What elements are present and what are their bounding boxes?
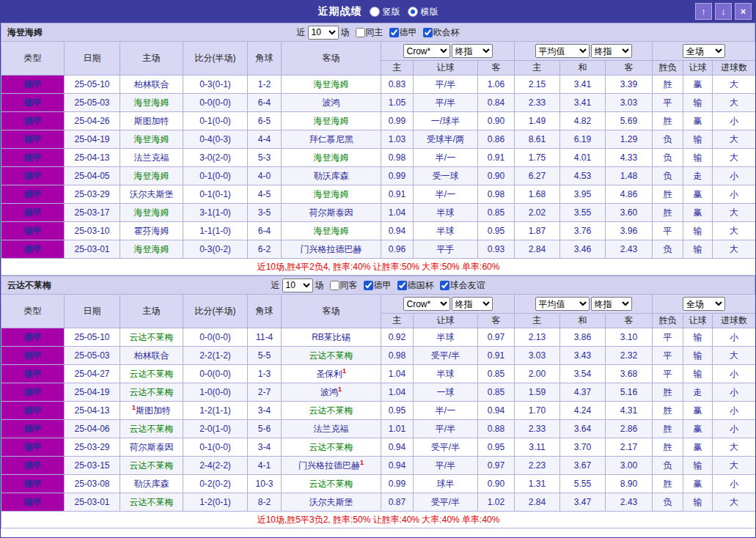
date-cell: 25-05-10 (65, 75, 120, 94)
column-subheader: 主 (381, 61, 414, 75)
league-cell: 德甲 (1, 475, 65, 493)
away-team-name: 海登海姆 (314, 152, 349, 163)
filter-checkbox[interactable] (356, 28, 365, 37)
handicap-result-cell: 赢 (683, 185, 713, 204)
filter-bar: 近10场同客德甲德国杯球会友谊 (271, 279, 485, 292)
close-button[interactable]: × (735, 3, 752, 20)
odds-away-cell: 0.85 (478, 204, 515, 222)
handicap-result-cell: 赢 (683, 204, 713, 222)
date-cell: 25-04-06 (65, 420, 120, 438)
home-team-cell: 云达不莱梅 (120, 457, 183, 475)
avg-home-cell: 2.23 (515, 457, 560, 475)
team-name: 云达不莱梅 (7, 279, 51, 292)
radio-label: 竖版 (383, 6, 400, 18)
away-team-cell: 荷尔斯泰因 (282, 204, 381, 222)
filter-checkbox[interactable] (364, 281, 373, 290)
handicap-result-cell: 走 (683, 383, 713, 402)
avg-home-cell: 1.87 (515, 222, 560, 240)
odds-home-cell: 1.05 (381, 94, 414, 112)
match-result-cell: 负 (653, 240, 683, 259)
goals-result-cell: 小 (713, 167, 756, 185)
recent-count-select[interactable]: 10 (308, 26, 339, 40)
filter-checkbox[interactable] (389, 28, 399, 37)
corner-cell: 4-4 (248, 130, 282, 149)
odds-handicap-cell: 球半 (414, 475, 478, 493)
odds-away-cell: 0.90 (478, 167, 515, 185)
away-team-cell: 圣保利1 (282, 365, 381, 383)
column-subheader: 客 (478, 314, 515, 328)
league-cell: 德甲 (1, 240, 65, 259)
move-up-button[interactable]: ↑ (695, 3, 712, 20)
odds-type-select[interactable]: 终指 (452, 297, 493, 311)
odds-source-select[interactable]: Crow* (403, 44, 450, 58)
filter-checkbox-option[interactable]: 同客 (330, 279, 358, 292)
filter-checkbox-option[interactable]: 球会友谊 (440, 279, 485, 292)
filter-checkbox[interactable] (440, 281, 449, 290)
handicap-result-cell: 输 (683, 149, 713, 167)
avg-away-cell: 4.86 (606, 185, 653, 204)
home-team-cell: 1斯图加特 (120, 402, 183, 420)
away-team-name: RB莱比锡 (312, 332, 351, 342)
home-team-name: 海登海姆 (134, 171, 169, 181)
home-team-cell: 海登海姆 (120, 240, 183, 259)
recent-count-select[interactable]: 10 (282, 279, 313, 292)
column-subheader: 让球 (683, 314, 713, 328)
avg-away-cell: 3.03 (606, 94, 653, 112)
scope-header-cell: 全场 (653, 295, 756, 314)
handicap-result-cell: 赢 (683, 475, 713, 493)
odds-handicap-cell: 半/一 (414, 402, 478, 420)
filter-prefix-label: 近 (297, 26, 306, 39)
date-cell: 25-03-15 (65, 457, 120, 475)
score-cell: 0-1(0-0) (183, 167, 248, 185)
filter-checkbox[interactable] (423, 28, 433, 37)
avg-type-select[interactable]: 终指 (591, 44, 632, 58)
filter-checkbox-option[interactable]: 德甲 (389, 26, 417, 39)
odds-source-select[interactable]: Crow* (403, 297, 450, 311)
goals-result-cell: 大 (713, 75, 756, 94)
away-team-cell: RB莱比锡 (282, 328, 381, 347)
results-table: 类型日期主场比分(半场)角球客场Crow*终指平均值终指全场主让球客主和客胜负让… (1, 294, 756, 528)
corner-cell: 4-5 (248, 185, 282, 204)
odds-away-cell: 0.98 (478, 185, 515, 204)
odds-type-select[interactable]: 终指 (452, 44, 493, 58)
home-team-cell: 勒沃库森 (120, 475, 183, 493)
scope-select[interactable]: 全场 (683, 44, 725, 58)
match-row: 德甲25-04-06云达不莱梅2-0(1-0)5-6法兰克福1.01平/半0.8… (1, 420, 756, 438)
filter-checkbox-option[interactable]: 同主 (356, 26, 383, 39)
league-cell: 德甲 (1, 94, 65, 112)
column-subheader: 进球数 (713, 314, 756, 328)
away-team-cell: 云达不莱梅 (282, 347, 381, 365)
avg-source-select[interactable]: 平均值 (535, 44, 590, 58)
filter-checkbox-option[interactable]: 欧会杯 (423, 26, 460, 39)
avg-source-select[interactable]: 平均值 (535, 297, 590, 311)
filter-checkbox-option[interactable]: 德国杯 (397, 279, 434, 292)
move-down-button[interactable]: ↓ (715, 3, 732, 20)
filter-suffix-label: 场 (341, 26, 350, 39)
score-cell: 1-1(1-0) (183, 222, 248, 240)
handicap-result-cell: 赢 (683, 438, 713, 457)
layout-radio-vertical[interactable]: 竖版 (370, 6, 400, 18)
match-row: 德甲25-05-03柏林联合2-2(1-2)5-5云达不莱梅0.98受平/半0.… (1, 347, 756, 365)
handicap-result-cell: 输 (683, 94, 713, 112)
home-team-cell: 沃尔夫斯堡 (120, 185, 183, 204)
filter-checkbox[interactable] (330, 281, 340, 290)
odds-home-cell: 0.94 (381, 457, 414, 475)
avg-type-select[interactable]: 终指 (591, 297, 632, 311)
odds-away-cell: 0.85 (478, 365, 515, 383)
scope-select[interactable]: 全场 (683, 297, 725, 311)
match-result-cell: 胜 (653, 383, 683, 402)
filter-checkbox-option[interactable]: 德甲 (364, 279, 392, 292)
goals-result-cell: 小 (713, 185, 756, 204)
score-cell: 0-4(0-3) (183, 130, 248, 149)
filter-checkbox[interactable] (397, 281, 407, 290)
score-cell: 0-2(0-2) (183, 475, 248, 493)
layout-radio-horizontal[interactable]: 横版 (408, 6, 438, 18)
goals-result-cell: 大 (713, 130, 756, 149)
away-team-cell: 波鸿 (282, 94, 381, 112)
avg-draw-cell: 5.55 (560, 475, 606, 493)
avg-home-cell: 3.03 (515, 347, 560, 365)
odds-handicap-cell: 受平/半 (414, 438, 478, 457)
away-team-cell: 法兰克福 (282, 420, 381, 438)
odds-handicap-cell: 受球半/两 (414, 130, 478, 149)
match-result-cell: 负 (653, 167, 683, 185)
